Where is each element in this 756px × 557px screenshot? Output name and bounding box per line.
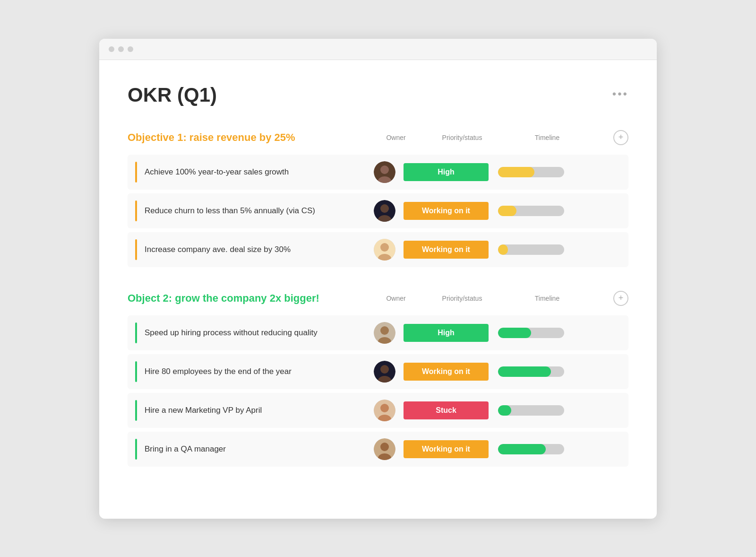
timeline-cell [498,405,574,416]
row-columns: High [366,161,597,183]
table-row: Bring in a QA manager Working on it [128,432,628,467]
more-button[interactable]: ••• [612,87,628,101]
avatar [374,322,395,344]
row-border [135,200,137,221]
dot-yellow [118,46,124,52]
timeline-bar [498,244,564,255]
col-owner-label: Owner [377,295,415,302]
status-badge[interactable]: High [404,324,489,342]
svg-point-7 [380,243,389,252]
add-row-button-obj2[interactable]: + [613,291,628,306]
timeline-cell [498,244,574,255]
status-cell: Working on it [404,241,498,259]
avatar-container [366,322,404,344]
row-columns: High [366,322,597,344]
avatar-container [366,361,404,383]
app-window: OKR (Q1) ••• Objective 1: raise revenue … [99,39,657,519]
section-title-obj1: Objective 1: raise revenue by 25% [128,131,377,144]
svg-point-19 [380,443,389,451]
timeline-fill [498,206,516,216]
row-columns: Working on it [366,239,597,261]
avatar [374,438,395,460]
row-text: Bring in a QA manager [145,444,366,454]
table-row: Hire a new Marketing VP by April Stuck [128,393,628,428]
col-headers-obj2: Owner Priority/status Timeline [377,295,609,302]
status-badge[interactable]: Working on it [404,241,489,259]
avatar-container [366,239,404,261]
table-row: Achieve 100% year-to-year sales growth H… [128,155,628,190]
row-text: Increase company ave. deal size by 30% [145,245,366,254]
svg-point-16 [380,404,389,412]
avatar [374,400,395,421]
title-bar [99,39,657,60]
timeline-cell [498,444,574,454]
timeline-cell [498,206,574,216]
col-headers-obj1: Owner Priority/status Timeline [377,134,609,141]
row-columns: Working on it [366,361,597,383]
page-header: OKR (Q1) ••• [128,84,628,106]
sections-container: Objective 1: raise revenue by 25% Owner … [128,130,628,467]
timeline-fill [498,444,546,454]
table-row: Increase company ave. deal size by 30% W… [128,232,628,267]
avatar-container [366,161,404,183]
row-columns: Stuck [366,400,597,421]
row-text: Hire a new Marketing VP by April [145,406,366,415]
status-badge[interactable]: Stuck [404,401,489,419]
row-columns: Working on it [366,438,597,460]
avatar [374,239,395,261]
timeline-bar [498,405,564,416]
timeline-cell [498,366,574,377]
timeline-bar [498,167,564,177]
row-text: Speed up hiring process without reducing… [145,328,366,338]
section-obj2: Object 2: grow the company 2x bigger! Ow… [128,291,628,467]
main-content: OKR (Q1) ••• Objective 1: raise revenue … [99,60,657,519]
table-row: Reduce churn to less than 5% annually (v… [128,193,628,228]
col-priority-label: Priority/status [415,295,509,302]
svg-point-10 [380,326,389,335]
col-timeline-label: Timeline [509,134,585,141]
section-obj1: Objective 1: raise revenue by 25% Owner … [128,130,628,267]
timeline-fill [498,167,534,177]
status-cell: High [404,163,498,181]
dot-red [109,46,114,52]
status-cell: Working on it [404,363,498,381]
timeline-cell [498,328,574,338]
row-text: Hire 80 employees by the end of the year [145,367,366,376]
timeline-bar [498,328,564,338]
row-border [135,162,137,183]
svg-point-1 [380,165,389,174]
dot-green [128,46,133,52]
timeline-fill [498,366,551,377]
row-text: Achieve 100% year-to-year sales growth [145,167,366,177]
timeline-bar [498,366,564,377]
timeline-bar [498,444,564,454]
row-columns: Working on it [366,200,597,222]
status-cell: Working on it [404,202,498,220]
timeline-fill [498,405,511,416]
svg-point-13 [380,365,389,374]
section-title-obj2: Object 2: grow the company 2x bigger! [128,292,377,305]
status-badge[interactable]: Working on it [404,440,489,458]
row-border [135,439,137,460]
section-header-obj1: Objective 1: raise revenue by 25% Owner … [128,130,628,145]
avatar [374,200,395,222]
status-cell: High [404,324,498,342]
table-row: Speed up hiring process without reducing… [128,315,628,350]
avatar [374,361,395,383]
status-badge[interactable]: High [404,163,489,181]
col-priority-label: Priority/status [415,134,509,141]
avatar-container [366,400,404,421]
avatar [374,161,395,183]
page-title: OKR (Q1) [128,84,217,106]
svg-point-4 [380,204,389,213]
row-text: Reduce churn to less than 5% annually (v… [145,206,366,216]
avatar-container [366,438,404,460]
status-badge[interactable]: Working on it [404,202,489,220]
row-border [135,322,137,343]
status-badge[interactable]: Working on it [404,363,489,381]
status-cell: Working on it [404,440,498,458]
col-timeline-label: Timeline [509,295,585,302]
timeline-fill [498,244,508,255]
add-row-button-obj1[interactable]: + [613,130,628,145]
section-header-obj2: Object 2: grow the company 2x bigger! Ow… [128,291,628,306]
